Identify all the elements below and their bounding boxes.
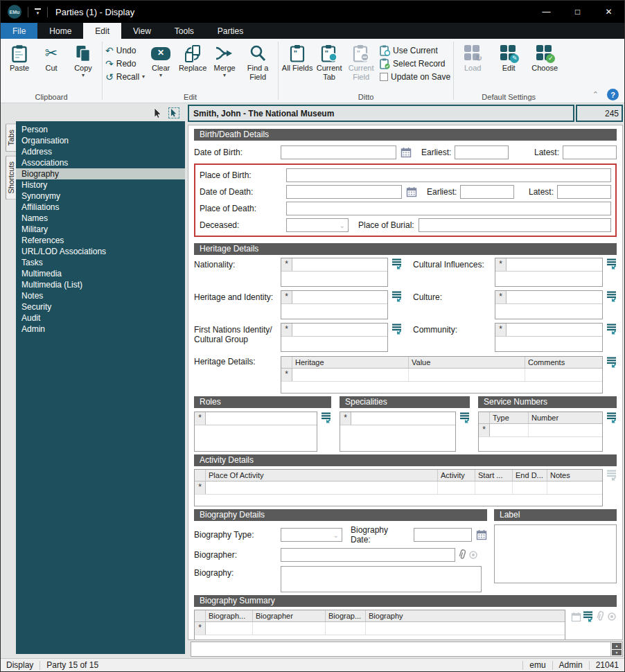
sidebar-item-address[interactable]: Address <box>16 146 185 157</box>
calendar-icon[interactable] <box>476 529 487 540</box>
column-header[interactable]: Biograph... <box>206 610 253 621</box>
all-fields-button[interactable]: ” All Fields <box>281 41 313 73</box>
sidebar-item-notes[interactable]: Notes <box>16 290 185 301</box>
sidebar-item-synonymy[interactable]: Synonymy <box>16 191 185 202</box>
new-row-marker[interactable]: * <box>281 369 292 381</box>
recall-button[interactable]: ↺ Recall ▾ <box>105 70 145 83</box>
sidebar-item-person[interactable]: Person <box>16 124 185 135</box>
sidebar-item-names[interactable]: Names <box>16 213 185 224</box>
lookup-list-icon[interactable] <box>392 258 402 269</box>
heritage-details-table[interactable]: Heritage Value Comments * <box>281 356 603 394</box>
label-textarea[interactable] <box>494 524 617 583</box>
clear-dropdown-icon[interactable]: ▾ <box>159 73 162 78</box>
paste-button[interactable]: Paste <box>3 41 35 73</box>
new-row-marker[interactable]: * <box>495 324 507 336</box>
specialities-grid[interactable]: * <box>340 412 456 452</box>
service-numbers-table[interactable]: Type Number * <box>478 412 603 452</box>
new-row-marker[interactable]: * <box>281 291 292 303</box>
lookup-list-icon[interactable] <box>607 258 617 269</box>
current-tab-button[interactable]: ” Current Tab <box>313 41 345 81</box>
lookup-list-icon[interactable] <box>392 324 402 335</box>
activity-details-table[interactable]: Place Of Activity Activity Start ... End… <box>194 469 603 506</box>
culture-grid[interactable]: * <box>495 290 603 319</box>
table-cell[interactable] <box>206 481 438 494</box>
lookup-list-icon[interactable] <box>392 291 402 302</box>
column-header[interactable]: Place Of Activity <box>206 470 438 481</box>
new-row-marker[interactable]: * <box>195 412 206 425</box>
biography-summary-table[interactable]: Biograph... Biographer Biograp... Biogra… <box>194 610 565 640</box>
sidebar-item-multimedia[interactable]: Multimedia <box>16 268 185 279</box>
table-cell[interactable] <box>513 481 547 494</box>
table-cell[interactable] <box>326 622 366 635</box>
sidebar-item-audit[interactable]: Audit <box>16 312 185 324</box>
tab-edit[interactable]: Edit <box>83 23 121 39</box>
sidebar-item-organisation[interactable]: Organisation <box>16 135 185 146</box>
pointer-tool-icon[interactable] <box>154 108 162 118</box>
choose-defaults-button[interactable]: ✓ Choose <box>529 41 561 73</box>
new-row-marker[interactable]: * <box>495 258 507 271</box>
clear-button[interactable]: ✕ Clear ▾ <box>145 41 177 78</box>
column-header[interactable]: Activity <box>438 470 475 481</box>
sidebar-item-tasks[interactable]: Tasks <box>16 257 185 268</box>
biography-type-select[interactable]: ⌄ <box>281 528 342 542</box>
help-icon[interactable]: ? <box>607 89 619 100</box>
place-of-death-input[interactable] <box>286 202 611 215</box>
table-cell[interactable] <box>366 622 565 635</box>
biographer-input[interactable] <box>281 548 455 562</box>
table-cell[interactable] <box>490 424 529 436</box>
new-row-marker[interactable]: * <box>495 291 507 303</box>
date-of-death-input[interactable] <box>286 185 402 199</box>
sidebar-item-references[interactable]: References <box>16 235 185 246</box>
new-row-marker[interactable]: * <box>340 412 351 425</box>
table-cell[interactable] <box>475 481 513 494</box>
sidebar-item-url-lod-associations[interactable]: URL/LOD Associations <box>16 246 185 257</box>
lookup-list-icon[interactable] <box>607 357 617 368</box>
birth-latest-input[interactable] <box>563 145 617 159</box>
tab-tabs[interactable]: Tabs <box>6 123 16 152</box>
column-header[interactable]: Type <box>490 412 529 423</box>
sidebar-item-biography[interactable]: Biography <box>16 168 185 179</box>
column-header[interactable]: Biographer <box>253 610 326 621</box>
column-header[interactable]: Start ... <box>475 470 513 481</box>
lookup-list-icon[interactable] <box>607 324 617 335</box>
calendar-icon[interactable] <box>400 147 412 158</box>
sidebar-item-multimedia-list[interactable]: Multimedia (List) <box>16 279 185 290</box>
lookup-list-icon[interactable] <box>583 611 593 622</box>
death-earliest-input[interactable] <box>460 185 514 199</box>
tab-home[interactable]: Home <box>37 23 83 39</box>
lookup-list-icon[interactable] <box>460 412 470 423</box>
edit-defaults-button[interactable]: ✎ Edit <box>493 41 525 73</box>
table-cell[interactable] <box>206 622 253 635</box>
biography-date-input[interactable] <box>414 528 472 542</box>
new-row-marker[interactable]: * <box>195 481 206 494</box>
lookup-list-icon[interactable] <box>607 412 617 423</box>
table-cell[interactable] <box>547 481 602 494</box>
stepper-up-icon[interactable]: ▲ <box>612 643 622 649</box>
update-on-save-checkbox[interactable]: Update on Save <box>380 70 450 83</box>
biography-textarea[interactable] <box>281 566 482 592</box>
column-header[interactable]: Heritage <box>292 357 409 368</box>
column-header[interactable]: Notes <box>547 470 602 481</box>
first-nations-grid[interactable]: * <box>281 323 388 352</box>
merge-button[interactable]: Merge ▾ <box>209 41 240 78</box>
tab-view[interactable]: View <box>121 23 163 39</box>
column-header[interactable]: Number <box>529 412 602 423</box>
table-cell[interactable] <box>253 622 326 635</box>
new-row-marker[interactable]: * <box>281 324 292 336</box>
table-cell[interactable] <box>525 369 602 381</box>
place-of-burial-input[interactable] <box>419 218 611 232</box>
sidebar-item-security[interactable]: Security <box>16 301 185 312</box>
quick-access-dropdown-icon[interactable]: ▾ <box>35 8 41 15</box>
undo-button[interactable]: ↶ Undo <box>105 44 145 57</box>
sidebar-item-associations[interactable]: Associations <box>16 157 185 168</box>
roles-grid[interactable]: * <box>194 412 317 452</box>
calendar-icon[interactable] <box>406 186 417 197</box>
use-current-button[interactable]: Use Current <box>380 44 450 57</box>
birth-earliest-input[interactable] <box>455 145 509 159</box>
copy-button[interactable]: Copy ▾ <box>67 41 99 78</box>
merge-dropdown-icon[interactable]: ▾ <box>223 73 226 78</box>
select-record-button[interactable]: Select Record <box>380 57 450 70</box>
copy-dropdown-icon[interactable]: ▾ <box>82 73 85 78</box>
heritage-identity-grid[interactable]: * <box>281 290 388 319</box>
deceased-select[interactable]: ⌄ <box>286 218 349 232</box>
